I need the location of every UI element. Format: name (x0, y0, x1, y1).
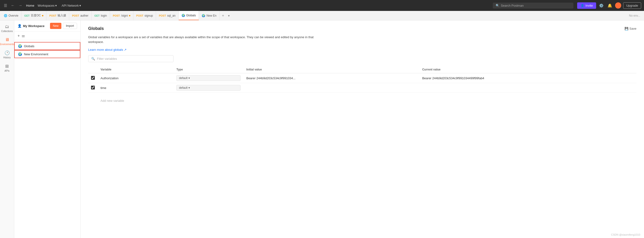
tab-signin[interactable]: POST /signi (110, 11, 134, 20)
filter-icon[interactable]: ⚌ (22, 34, 25, 38)
col-variable: Variable (98, 66, 174, 73)
page-title: Globals (88, 26, 104, 31)
learn-more-link[interactable]: Learn more about globals ↗ (88, 48, 636, 52)
add-icon[interactable]: + (18, 34, 20, 38)
panel-toolbar: + ⚌ (14, 32, 80, 40)
tabs-overflow-button[interactable]: ▾ (226, 14, 231, 18)
globals-icon: 🌍 (182, 14, 185, 17)
add-tab-button[interactable]: + (220, 14, 226, 18)
env-item-new-environment[interactable]: 🌍 New Environment (14, 50, 80, 58)
variables-table: Variable Type Initial value Current valu… (88, 66, 636, 93)
overview-icon: 🌐 (4, 14, 7, 17)
type-chevron: ▾ (188, 76, 190, 80)
col-checkbox (88, 66, 98, 73)
main-layout: 🗂 Collections 🖥 Environments 🕐 History ⊞… (0, 21, 644, 238)
invite-icon: 👤 (580, 4, 584, 7)
globals-env-icon: 🌍 (18, 44, 22, 48)
table-row: time default ▾ (88, 83, 636, 93)
no-env-label: No env... (629, 14, 643, 17)
tab-baidu[interactable]: GET 百度OC (21, 11, 46, 20)
var-type-0[interactable]: default ▾ (174, 73, 244, 83)
search-icon: 🔍 (496, 4, 500, 7)
sidebar-item-collections[interactable]: 🗂 Collections (1, 22, 13, 34)
back-icon[interactable]: ← (10, 2, 16, 9)
workspace-user-icon: 👤 (18, 24, 22, 28)
left-panel-header: 👤 My Workspace New Import (14, 21, 80, 32)
collections-icon: 🗂 (5, 24, 9, 29)
settings-icon[interactable]: ⚙️ (598, 2, 605, 9)
search-bar[interactable]: 🔍 Search Postman (493, 3, 573, 9)
col-type: Type (174, 66, 244, 73)
col-initial-value: Initial value (244, 66, 419, 73)
tab-bar: 🌐 Overvie GET 百度OC POST 输入摄 POST auther … (0, 11, 644, 21)
tab-dot (42, 15, 44, 16)
checkbox-cell-0[interactable] (88, 73, 98, 83)
var-current-0[interactable]: Bearer 244b9d203c534c9f991034499f99fab4 (419, 73, 636, 83)
sidebar-item-apis[interactable]: ⊞ APIs (1, 62, 13, 74)
history-icon: 🕐 (4, 50, 10, 56)
tab-auther[interactable]: POST auther (69, 11, 92, 20)
newenv-icon: 🌍 (202, 14, 205, 17)
menu-icon[interactable]: ☰ (3, 2, 8, 9)
content-area: Globals 💾 Save Global variables for a wo… (80, 21, 644, 238)
var-checkbox-1[interactable] (91, 86, 95, 89)
type-chevron: ▾ (188, 86, 190, 89)
header-buttons: New Import (50, 23, 77, 29)
var-name-1: time (98, 83, 174, 93)
invite-button[interactable]: 👤 Invite (577, 2, 596, 9)
filter-bar[interactable]: 🔍 (88, 55, 174, 62)
sidebar: 🗂 Collections 🖥 Environments 🕐 History ⊞… (0, 21, 14, 238)
workspace-name: My Workspace (23, 24, 44, 28)
footer-credit: CSDN @xiaomifeng1010 (611, 233, 640, 236)
import-button[interactable]: Import (63, 23, 77, 29)
home-link[interactable]: Home (26, 4, 34, 7)
sidebar-item-history[interactable]: 🕐 History (1, 48, 13, 61)
content-description: Global variables for a workspace are a s… (88, 35, 325, 44)
type-label: default (179, 86, 188, 89)
tab-input[interactable]: POST 输入摄 (46, 11, 69, 20)
new-env-icon: 🌍 (18, 52, 22, 56)
tab-newenv[interactable]: 🌍 New En (199, 11, 220, 20)
env-item-globals[interactable]: 🌍 Globals (14, 42, 80, 50)
new-button[interactable]: New (50, 23, 62, 29)
upgrade-button[interactable]: Upgrade (623, 2, 641, 9)
environments-icon: 🖥 (5, 37, 9, 42)
tab-globals[interactable]: 🌍 Globals (179, 11, 199, 20)
tab-overview[interactable]: 🌐 Overvie (1, 11, 21, 20)
add-variable-button[interactable]: Add new variable (88, 97, 636, 105)
table-row: Authorization default ▾ Bearer 244b9d203… (88, 73, 636, 83)
avatar[interactable] (615, 2, 621, 9)
top-nav: ☰ ← → Home Workspaces ▾ API Network ▾ 🔍 … (0, 0, 644, 11)
filter-search-icon: 🔍 (91, 57, 95, 61)
col-current-value: Current value (419, 66, 636, 73)
var-initial-0[interactable]: Bearer 244b9d203c534c9f991034... (244, 73, 419, 83)
var-name-0: Authorization (98, 73, 174, 83)
var-initial-1[interactable] (244, 83, 419, 93)
top-nav-actions: 👤 Invite ⚙️ 🔔 Upgrade (577, 2, 641, 9)
checkbox-cell-1[interactable] (88, 83, 98, 93)
api-network-menu[interactable]: API Network ▾ (60, 4, 82, 7)
sidebar-item-environments[interactable]: 🖥 Environments (1, 35, 13, 48)
var-type-1[interactable]: default ▾ (174, 83, 244, 93)
type-label: default (179, 76, 188, 80)
filter-input[interactable] (97, 57, 170, 61)
apis-icon: ⊞ (5, 64, 9, 69)
save-icon: 💾 (624, 27, 628, 30)
tab-dot-signin (129, 15, 130, 16)
workspaces-menu[interactable]: Workspaces ▾ (36, 4, 58, 7)
env-list: 🌍 Globals 🌍 New Environment (14, 40, 80, 60)
tab-sqlan[interactable]: POST sql_an (156, 11, 178, 20)
notifications-icon[interactable]: 🔔 (606, 2, 613, 9)
var-checkbox-0[interactable] (91, 76, 95, 80)
var-current-1[interactable] (419, 83, 636, 93)
forward-icon[interactable]: → (18, 2, 23, 9)
save-button[interactable]: 💾 Save (624, 27, 636, 30)
left-panel: 👤 My Workspace New Import + ⚌ 🌍 Globals … (14, 21, 80, 238)
tab-signup[interactable]: POST signup (134, 11, 156, 20)
tab-login[interactable]: GET login (92, 11, 110, 20)
